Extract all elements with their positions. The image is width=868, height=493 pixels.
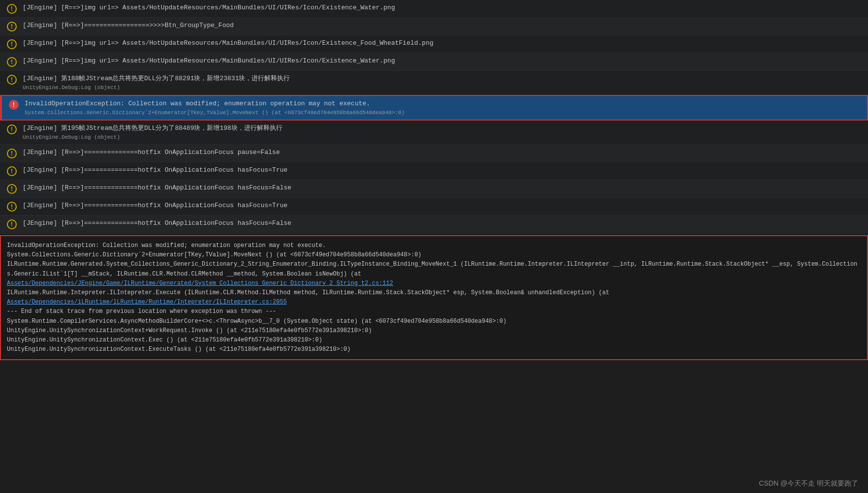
log-main-line-11: [JEngine] [R==>]==============hotfix OnA…	[23, 201, 864, 211]
log-text-2: [JEngine] [R==>]=================>>>>Btn…	[23, 21, 864, 31]
log-entry-11[interactable]: ![JEngine] [R==>]==============hotfix On…	[0, 198, 868, 216]
log-entry-6[interactable]: !InvalidOperationException: Collection w…	[0, 95, 868, 121]
log-main-line-1: [JEngine] [R==>]img url=> Assets/HotUpda…	[23, 3, 864, 13]
log-main-line-8: [JEngine] [R==>]==============hotfix OnA…	[23, 148, 864, 157]
log-entry-5[interactable]: ![JEngine] 第188帧JStream总共将热更DLL分为了88291块…	[0, 71, 868, 95]
warn-icon: !	[4, 74, 20, 85]
log-entry-1[interactable]: ![JEngine] [R==>]img url=> Assets/HotUpd…	[0, 0, 868, 18]
log-text-10: [JEngine] [R==>]==============hotfix OnA…	[23, 183, 864, 193]
log-text-6: InvalidOperationException: Collection wa…	[25, 99, 863, 117]
log-text-5: [JEngine] 第188帧JStream总共将热更DLL分为了88291块，…	[23, 74, 864, 92]
detail-line-0: InvalidOperationException: Collection wa…	[7, 242, 326, 249]
warn-icon: !	[4, 165, 20, 176]
warn-icon: !	[4, 3, 20, 14]
log-text-1: [JEngine] [R==>]img url=> Assets/HotUpda…	[23, 3, 864, 13]
log-entry-4[interactable]: ![JEngine] [R==>]img url=> Assets/HotUpd…	[0, 53, 868, 71]
warn-icon: !	[4, 21, 20, 31]
log-text-4: [JEngine] [R==>]img url=> Assets/HotUpda…	[23, 56, 864, 66]
watermark: CSDN @今天不走 明天就要跑了	[759, 479, 858, 488]
log-entry-10[interactable]: ![JEngine] [R==>]==============hotfix On…	[0, 180, 868, 198]
log-entry-7[interactable]: ![JEngine] 第195帧JStream总共将热更DLL分为了88489块…	[0, 121, 868, 145]
log-text-7: [JEngine] 第195帧JStream总共将热更DLL分为了88489块，…	[23, 123, 864, 141]
detail-line-5[interactable]: Assets/Dependencies/iLRuntime/lLRuntime/…	[7, 299, 287, 306]
log-main-line-10: [JEngine] [R==>]==============hotfix OnA…	[23, 183, 864, 193]
log-entry-2[interactable]: ![JEngine] [R==>]=================>>>>Bt…	[0, 18, 868, 35]
warn-icon: !	[4, 123, 20, 134]
log-sub-line-5: UnityEngine.Debug:Log (object)	[23, 84, 864, 92]
log-entry-9[interactable]: ![JEngine] [R==>]==============hotfix On…	[0, 162, 868, 180]
detail-line-7: System.Runtime.CompilerServices.AsyncMet…	[7, 318, 506, 325]
log-entry-3[interactable]: ![JEngine] [R==>]img url=> Assets/HotUpd…	[0, 35, 868, 53]
log-main-line-9: [JEngine] [R==>]==============hotfix OnA…	[23, 165, 864, 175]
detail-line-8: UnityEngine.UnitySynchronizationContext+…	[7, 327, 372, 334]
detail-line-6: --- End of stack trace from previous loc…	[7, 308, 276, 315]
log-entries-list: ![JEngine] [R==>]img url=> Assets/HotUpd…	[0, 0, 868, 233]
log-text-11: [JEngine] [R==>]==============hotfix OnA…	[23, 201, 864, 211]
log-text-9: [JEngine] [R==>]==============hotfix OnA…	[23, 165, 864, 175]
detail-line-4: ILRuntime.Runtime.Intepreter.ILInteprete…	[7, 289, 609, 296]
detail-line-9: UnityEngine.UnitySynchronizationContext.…	[7, 337, 322, 343]
error-icon: !	[6, 99, 22, 110]
console-area: ![JEngine] [R==>]img url=> Assets/HotUpd…	[0, 0, 868, 360]
detail-line-10: UnityEngine.UnitySynchronizationContext.…	[7, 346, 351, 353]
log-main-line-2: [JEngine] [R==>]=================>>>>Btn…	[23, 21, 864, 31]
warn-icon: !	[4, 38, 20, 49]
detail-line-3[interactable]: Assets/Dependencies/JEngine/Game/ILRunti…	[7, 280, 393, 287]
warn-icon: !	[4, 218, 20, 229]
warn-icon: !	[4, 148, 20, 158]
log-entry-8[interactable]: ![JEngine] [R==>]==============hotfix On…	[0, 145, 868, 162]
log-sub-line-6: System.Collections.Generic.Dictionary`2+…	[25, 109, 863, 117]
log-main-line-7: [JEngine] 第195帧JStream总共将热更DLL分为了88489块，…	[23, 123, 864, 133]
warn-icon: !	[4, 56, 20, 67]
warn-icon: !	[4, 201, 20, 212]
log-text-8: [JEngine] [R==>]==============hotfix OnA…	[23, 148, 864, 157]
log-entry-12[interactable]: ![JEngine] [R==>]==============hotfix On…	[0, 216, 868, 233]
warn-icon: !	[4, 183, 20, 194]
log-main-line-3: [JEngine] [R==>]img url=> Assets/HotUpda…	[23, 38, 864, 48]
log-sub-line-7: UnityEngine.Debug:Log (object)	[23, 133, 864, 142]
log-text-3: [JEngine] [R==>]img url=> Assets/HotUpda…	[23, 38, 864, 48]
detail-line-2: ILRuntime.Runtime.Generated.System_Colle…	[7, 261, 857, 277]
log-main-line-12: [JEngine] [R==>]==============hotfix OnA…	[23, 218, 864, 228]
log-main-line-5: [JEngine] 第188帧JStream总共将热更DLL分为了88291块，…	[23, 74, 864, 84]
detail-panel: InvalidOperationException: Collection wa…	[0, 235, 868, 360]
log-main-line-4: [JEngine] [R==>]img url=> Assets/HotUpda…	[23, 56, 864, 66]
log-main-line-6: InvalidOperationException: Collection wa…	[25, 99, 863, 109]
detail-line-1: System.Collections.Generic.Dictionary`2+…	[7, 251, 422, 258]
log-text-12: [JEngine] [R==>]==============hotfix OnA…	[23, 218, 864, 228]
